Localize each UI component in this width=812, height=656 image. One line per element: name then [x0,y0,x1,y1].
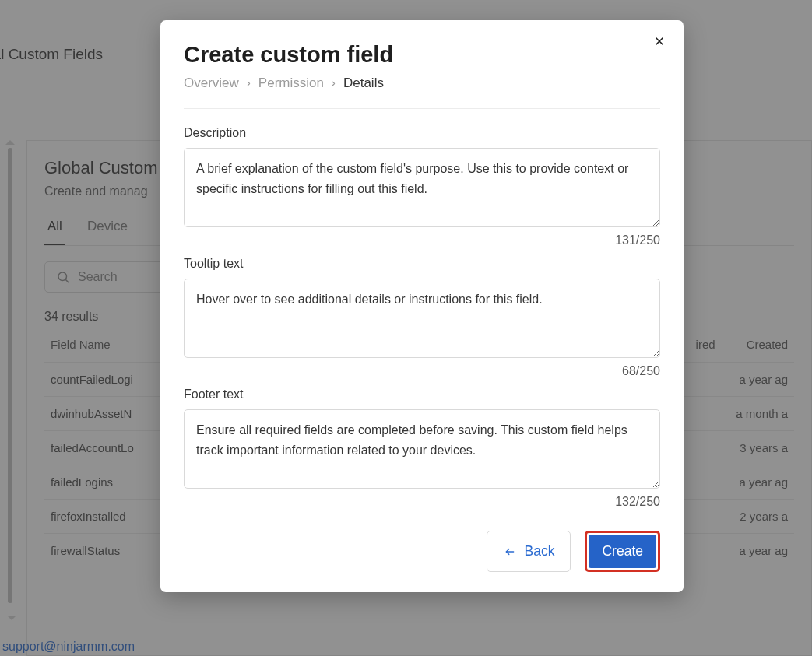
tooltip-count: 68/250 [184,364,660,378]
description-count: 131/250 [184,233,660,247]
back-button[interactable]: Back [487,531,571,572]
modal-overlay[interactable]: Create custom field Overview Permission … [0,0,812,656]
tooltip-textarea[interactable] [184,279,660,358]
tooltip-label: Tooltip text [184,257,660,271]
description-label: Description [184,126,660,140]
create-button-highlight: Create [585,531,660,572]
breadcrumb-permission[interactable]: Permission [258,75,324,91]
create-button[interactable]: Create [589,535,656,568]
description-textarea[interactable] [184,148,660,227]
modal-title: Create custom field [184,42,660,68]
breadcrumb-overview[interactable]: Overview [184,75,239,91]
breadcrumb-details: Details [343,75,384,91]
back-button-label: Back [525,543,555,560]
footer-label: Footer text [184,388,660,402]
chevron-right-icon [330,79,337,89]
tooltip-group: Tooltip text 68/250 [184,257,660,378]
footer-count: 132/250 [184,495,660,509]
create-custom-field-modal: Create custom field Overview Permission … [160,20,684,592]
description-group: Description 131/250 [184,126,660,247]
breadcrumb: Overview Permission Details [184,75,660,109]
arrow-left-icon [503,546,517,557]
close-icon [653,35,666,51]
footer-textarea[interactable] [184,409,660,489]
chevron-right-icon [245,79,252,89]
create-button-label: Create [602,543,643,560]
modal-footer: Back Create [184,531,660,572]
footer-group: Footer text 132/250 [184,388,660,509]
close-button[interactable] [649,33,670,53]
